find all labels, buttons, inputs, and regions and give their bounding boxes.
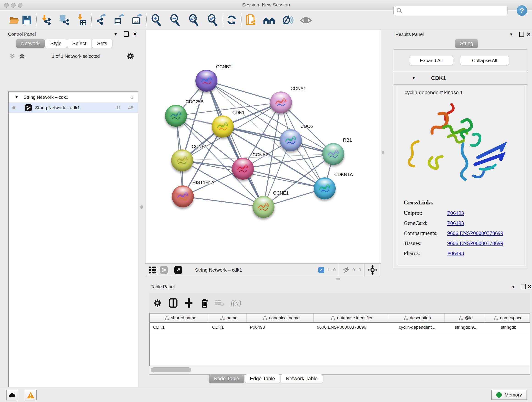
- tab-network[interactable]: Network: [16, 39, 45, 48]
- open-session-button[interactable]: [8, 14, 21, 26]
- network-collection-row[interactable]: ▼ String Network – cdk1 1: [9, 92, 138, 102]
- crosslink-value-link[interactable]: P06493: [447, 220, 464, 226]
- control-panel-float-icon[interactable]: [124, 32, 129, 38]
- column-header-name[interactable]: name: [209, 313, 247, 322]
- expand-all-icon[interactable]: [19, 53, 25, 59]
- table-panel-float-menu-icon[interactable]: ▼: [511, 285, 515, 289]
- table-hscrollbar[interactable]: [149, 366, 530, 374]
- network-node-CDC6[interactable]: [280, 129, 302, 151]
- import-network-file-button[interactable]: [40, 14, 52, 26]
- home-button[interactable]: [263, 14, 275, 26]
- fit-crosshair-icon[interactable]: [368, 265, 377, 275]
- table-hscrollbar-thumb[interactable]: [151, 367, 191, 372]
- node-gloss: [273, 93, 289, 101]
- search-input[interactable]: [402, 8, 507, 13]
- help-button[interactable]: ?: [517, 5, 527, 16]
- warnings-button[interactable]: [25, 390, 37, 400]
- collapse-all-button[interactable]: Collapse All: [460, 56, 509, 65]
- left-splitter-handle[interactable]: [140, 205, 143, 209]
- table-cell[interactable]: CDK1: [209, 323, 247, 332]
- selected-checkbox[interactable]: ✓: [318, 267, 324, 273]
- delete-column-icon[interactable]: [200, 298, 209, 308]
- hidden-eye-slash-icon[interactable]: [342, 267, 350, 274]
- network-node-CCNA2[interactable]: [232, 158, 254, 180]
- collection-expand-icon[interactable]: ▼: [15, 95, 19, 99]
- table-cell[interactable]: stringdb:9...: [445, 323, 484, 332]
- table-panel-float-icon[interactable]: [521, 284, 526, 290]
- string-network-badge-icon[interactable]: [160, 266, 168, 274]
- results-panel-close-icon[interactable]: ✕: [526, 32, 531, 37]
- column-header--id[interactable]: @id: [445, 313, 484, 322]
- refresh-button[interactable]: [225, 14, 238, 26]
- network-node-CDK1[interactable]: [212, 115, 234, 138]
- network-node-CCNB2[interactable]: [196, 70, 217, 92]
- network-canvas[interactable]: CCNB2CCNA1CDC25BCDK1CDC6RB1CCNB1CCNA2CDK…: [145, 30, 381, 263]
- table-row[interactable]: CDK1CDK1P064939606.ENSP00000378699cyclin…: [150, 323, 530, 332]
- column-header-description[interactable]: description: [387, 313, 445, 322]
- table-cell[interactable]: 9606.ENSP00000378699: [314, 323, 387, 332]
- tab-node-table[interactable]: Node Table: [209, 374, 244, 383]
- zoom-selected-button[interactable]: [206, 14, 219, 26]
- results-panel-float-icon[interactable]: [519, 32, 524, 38]
- hide-glasses-button[interactable]: [281, 14, 294, 26]
- control-panel-close-icon[interactable]: ✕: [133, 31, 137, 37]
- add-column-icon[interactable]: [184, 298, 193, 308]
- duplicate-network-button[interactable]: [245, 14, 257, 26]
- collapse-all-icon[interactable]: [9, 53, 16, 59]
- tab-sets[interactable]: Sets: [92, 39, 112, 48]
- bottom-splitter-handle[interactable]: [336, 278, 340, 280]
- tab-string[interactable]: String: [455, 39, 478, 48]
- network-row-selected[interactable]: String Network – cdk1 11 48: [9, 102, 138, 113]
- column-header-namespace[interactable]: namespace: [484, 313, 530, 322]
- column-header-database-identifier[interactable]: database identifier: [314, 313, 387, 322]
- tab-network-table[interactable]: Network Table: [281, 374, 323, 383]
- export-table-button[interactable]: [113, 14, 125, 26]
- toolbar-search-field[interactable]: [393, 6, 507, 15]
- crosslink-value-link[interactable]: P06493: [447, 250, 464, 256]
- tab-style[interactable]: Style: [45, 39, 67, 48]
- expand-all-button[interactable]: Expand All: [409, 56, 453, 65]
- birds-eye-grid-icon[interactable]: [149, 266, 157, 274]
- network-node-RB1[interactable]: [322, 143, 344, 165]
- export-network-button[interactable]: [95, 14, 107, 26]
- show-columns-icon[interactable]: [169, 298, 178, 308]
- node-table[interactable]: shared namenamecanonical namedatabase id…: [149, 313, 530, 375]
- table-cell[interactable]: CDK1: [150, 323, 209, 332]
- network-node-CDKN1A[interactable]: [314, 177, 336, 199]
- table-cell[interactable]: P06493: [247, 323, 314, 332]
- delete-table-icon[interactable]: [215, 299, 224, 307]
- save-session-button[interactable]: [21, 14, 33, 26]
- import-network-database-button[interactable]: [58, 14, 70, 26]
- control-panel-float-menu-icon[interactable]: ▼: [114, 32, 118, 37]
- zoom-in-button[interactable]: [150, 14, 162, 26]
- network-node-CCNE1[interactable]: [253, 196, 274, 218]
- open-in-new-window-icon[interactable]: [174, 266, 182, 274]
- tab-edge-table[interactable]: Edge Table: [245, 374, 280, 383]
- table-cell[interactable]: stringdb: [484, 323, 530, 332]
- results-panel-float-menu-icon[interactable]: ▼: [509, 32, 513, 37]
- column-header-shared-name[interactable]: shared name: [150, 313, 209, 322]
- function-builder-icon[interactable]: f(x): [230, 299, 241, 307]
- cdk1-collapse-icon[interactable]: ▼: [412, 76, 416, 80]
- network-node-CCNA1[interactable]: [270, 91, 292, 114]
- table-gear-icon[interactable]: [153, 299, 162, 307]
- zoom-fit-button[interactable]: [187, 14, 200, 26]
- table-cell[interactable]: cyclin-dependent ...: [387, 323, 445, 332]
- memory-button[interactable]: Memory: [491, 390, 527, 400]
- network-node-CCNB1[interactable]: [171, 149, 193, 172]
- network-node-CDC25B[interactable]: [165, 105, 187, 127]
- crosslink-value-link[interactable]: 9606.ENSP00000378699: [447, 230, 503, 236]
- column-header-canonical-name[interactable]: canonical name: [247, 313, 314, 322]
- right-splitter-handle[interactable]: [382, 151, 384, 154]
- import-table-button[interactable]: [76, 14, 88, 26]
- crosslink-value-link[interactable]: P06493: [447, 210, 464, 216]
- show-eye-button[interactable]: [300, 14, 312, 26]
- crosslink-value-link[interactable]: 9606.ENSP00000378699: [447, 240, 503, 246]
- zoom-out-button[interactable]: [169, 14, 181, 26]
- tab-select[interactable]: Select: [67, 39, 91, 48]
- table-panel-close-icon[interactable]: ✕: [527, 284, 532, 290]
- export-image-button[interactable]: [131, 14, 143, 26]
- cloud-button[interactable]: [6, 390, 18, 400]
- gear-icon[interactable]: [127, 52, 134, 60]
- network-node-HIST1H1A[interactable]: [172, 185, 194, 207]
